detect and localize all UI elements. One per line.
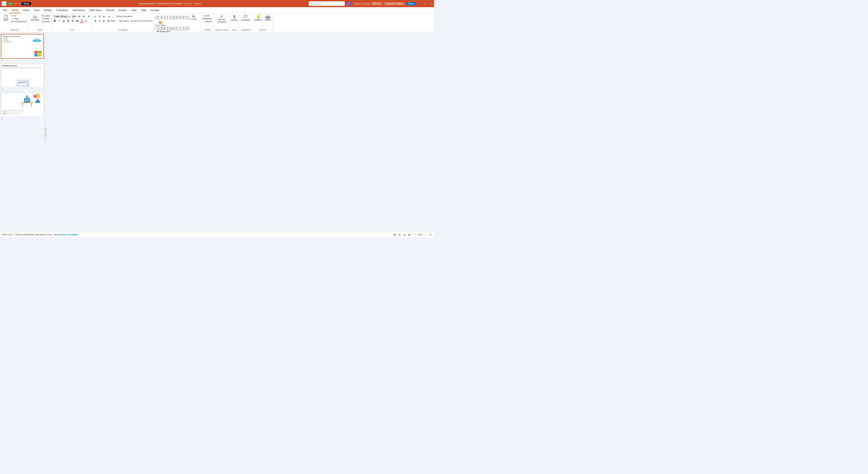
format-painter-button[interactable]: 🖌 Format Painter bbox=[10, 20, 28, 23]
shape-curve[interactable]: ⌒ bbox=[155, 27, 158, 30]
fit-button[interactable]: ⊡ bbox=[428, 233, 432, 237]
shape-circle[interactable]: ○ bbox=[168, 16, 171, 19]
font-size-selector[interactable]: 18 ▾ bbox=[71, 14, 78, 19]
left-handle-2[interactable] bbox=[45, 132, 46, 137]
shape-rounded-rect[interactable]: ▢ bbox=[164, 16, 168, 19]
tab-draw[interactable]: Draw bbox=[31, 7, 42, 13]
restore-button[interactable]: ❐ bbox=[423, 2, 427, 5]
align-left-button[interactable]: ⫷ bbox=[93, 19, 97, 23]
replace-button[interactable]: ⇄ Replace bbox=[202, 17, 213, 20]
shape-hexagon[interactable]: ⬡ bbox=[183, 16, 187, 19]
tome-button[interactable]: Tome bbox=[22, 2, 31, 5]
shape-arrow-line[interactable]: → bbox=[158, 16, 161, 19]
shape-brace[interactable]: { bbox=[183, 27, 187, 30]
slide-1-thumbnail[interactable]: Windows UI-Focused Agent • Automation • … bbox=[1, 34, 44, 59]
text-direction-button[interactable]: ⇅ Text Direction ▾ bbox=[116, 15, 133, 18]
increase-font-button[interactable]: A⁺ bbox=[78, 14, 82, 19]
highlight-button[interactable]: 🖊 bbox=[84, 19, 88, 23]
shape-rt-triangle[interactable]: ◿ bbox=[174, 16, 177, 19]
shape-bracket[interactable]: ⌐ bbox=[177, 27, 180, 30]
minimize-button[interactable]: — bbox=[418, 2, 422, 5]
user-avatar[interactable]: CZ bbox=[347, 1, 351, 6]
tab-home[interactable]: Home bbox=[9, 7, 21, 13]
tab-design[interactable]: Design bbox=[41, 7, 54, 13]
shape-freeform[interactable]: ∿ bbox=[158, 27, 161, 30]
tab-slideshow[interactable]: Slide Show bbox=[87, 7, 104, 13]
accessibility-label[interactable]: Accessibility: Investigate bbox=[54, 233, 78, 236]
shape-more[interactable]: ▾ bbox=[187, 16, 190, 19]
increase-indent-button[interactable]: ⇥ bbox=[106, 14, 111, 19]
shape-callout[interactable]: 💬 bbox=[161, 27, 164, 30]
tab-review[interactable]: Review bbox=[117, 7, 129, 13]
tab-help[interactable]: Help bbox=[139, 7, 149, 13]
dictate-button[interactable]: 🎙 Dictate bbox=[230, 14, 239, 22]
redo-button[interactable]: ↪ bbox=[18, 2, 20, 5]
view-reading-button[interactable]: 📖 bbox=[403, 233, 407, 237]
sensitivity-button[interactable]: 🛡 Sensitivity bbox=[241, 14, 251, 22]
slide-2-thumbnail[interactable]: Breaking Boundaries • Our First Windows … bbox=[1, 64, 44, 88]
number-list-button[interactable]: ① bbox=[97, 14, 101, 19]
find-button[interactable]: 🔍 Find bbox=[202, 14, 213, 17]
shape-rect[interactable]: ▭ bbox=[161, 16, 164, 19]
text-shadow-button[interactable]: S bbox=[71, 19, 75, 23]
shape-arrow-right[interactable]: ⇒ bbox=[174, 27, 177, 30]
copy-button[interactable]: 📄 Copy bbox=[10, 17, 28, 20]
align-text-button[interactable]: ↔ Align Text ▾ bbox=[116, 20, 130, 22]
undo-button[interactable]: ↩ bbox=[14, 2, 17, 5]
tab-record[interactable]: Record bbox=[104, 7, 117, 13]
tab-file[interactable]: File bbox=[1, 7, 9, 13]
shape-cylinder[interactable]: ⌓ bbox=[180, 27, 183, 30]
new-slide-button[interactable]: 🗂 New Slide bbox=[30, 14, 41, 22]
strikethrough-button[interactable]: S bbox=[66, 19, 70, 23]
left-handle-1[interactable] bbox=[45, 127, 46, 132]
designer-button[interactable]: 💡 Designer bbox=[253, 14, 263, 22]
italic-button[interactable]: I bbox=[57, 19, 61, 23]
align-center-button[interactable]: ≡ bbox=[97, 19, 101, 23]
autosave-toggle[interactable]: On bbox=[8, 2, 13, 5]
view-sorter-button[interactable]: ⊞ bbox=[398, 233, 402, 237]
line-spacing-button[interactable]: ↕ bbox=[111, 14, 115, 19]
tab-animations[interactable]: Animations bbox=[70, 7, 87, 13]
section-button[interactable]: § Section bbox=[41, 20, 51, 23]
view-normal-button[interactable]: ▦ bbox=[393, 233, 397, 237]
share-button[interactable]: Share bbox=[406, 2, 416, 5]
shape-line[interactable]: ╱ bbox=[155, 16, 158, 19]
zoom-out-button[interactable]: − bbox=[413, 233, 417, 237]
char-spacing-button[interactable]: AV bbox=[75, 19, 79, 23]
cut-button[interactable]: ✂ Cut bbox=[10, 14, 28, 17]
shape-triangle[interactable]: △ bbox=[171, 16, 174, 19]
font-name-selector[interactable]: Calibri (Body) ▾ bbox=[53, 14, 71, 19]
shape-star[interactable]: ☆ bbox=[164, 27, 168, 30]
record-button[interactable]: Record bbox=[371, 2, 382, 5]
convert-smartart-button[interactable]: ◈ Convert to SmartArt ▾ bbox=[130, 20, 153, 22]
decrease-indent-button[interactable]: ⇤ bbox=[102, 14, 106, 19]
underline-button[interactable]: U bbox=[62, 19, 66, 23]
shape-4star[interactable]: ✦ bbox=[168, 27, 171, 30]
tab-view[interactable]: View bbox=[129, 7, 139, 13]
arrange-button[interactable]: ⊞ Arrange bbox=[190, 14, 197, 21]
close-button[interactable]: ✕ bbox=[429, 2, 432, 5]
select-button[interactable]: ⬚ Select ▾ bbox=[202, 20, 213, 23]
layout-button[interactable]: ⊞ Layout bbox=[41, 14, 51, 17]
search-box[interactable]: 🔍 Search bbox=[309, 1, 345, 6]
quick-styles-button[interactable]: 🎨 Quick Styles bbox=[155, 21, 166, 27]
view-slideshow-button[interactable]: ▶ bbox=[407, 233, 411, 237]
justify-button[interactable]: ☰ bbox=[106, 19, 111, 23]
bold-button[interactable]: B bbox=[53, 19, 57, 23]
paste-button[interactable]: 📋 Paste bbox=[2, 14, 10, 22]
decrease-font-button[interactable]: A⁻ bbox=[83, 14, 87, 19]
shape-5star[interactable]: ★ bbox=[171, 27, 174, 30]
shape-pentagon[interactable]: ⬠ bbox=[180, 16, 183, 19]
clear-format-button[interactable]: ✕ bbox=[87, 14, 91, 19]
shape-diamond[interactable]: ◇ bbox=[177, 16, 180, 19]
tab-insert[interactable]: Insert bbox=[21, 7, 31, 13]
columns-button[interactable]: ⫷⫸ bbox=[111, 19, 115, 23]
bullet-list-button[interactable]: ≡ bbox=[93, 14, 97, 19]
align-right-button[interactable]: ⫸ bbox=[102, 19, 106, 23]
present-teams-button[interactable]: Present in Teams bbox=[384, 2, 405, 5]
shape-more-2[interactable]: ▾ bbox=[187, 27, 190, 30]
tab-transitions[interactable]: Transitions bbox=[54, 7, 70, 13]
zoom-in-button[interactable]: + bbox=[424, 233, 428, 237]
create-pdf-button[interactable]: A 创建 PDF 并共享链接 bbox=[216, 14, 227, 24]
reset-button[interactable]: ↺ Reset bbox=[41, 17, 51, 20]
